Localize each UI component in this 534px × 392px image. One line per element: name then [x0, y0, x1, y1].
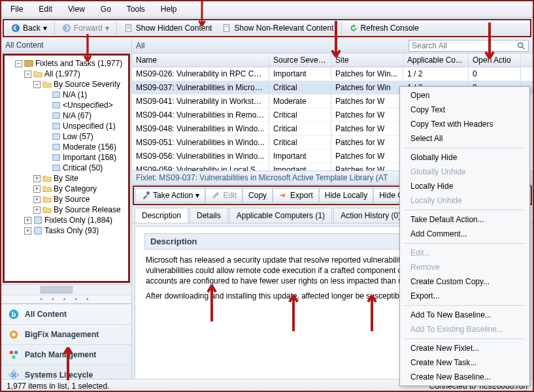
- cell-site: Patches for W: [331, 150, 403, 163]
- tab-description[interactable]: Description: [135, 208, 188, 223]
- svg-rect-10: [53, 113, 60, 119]
- dropdown-caret-icon: ▾: [43, 24, 47, 33]
- expand-toggle[interactable]: +: [24, 227, 31, 235]
- tree-severity-item[interactable]: Moderate (156): [63, 142, 116, 152]
- expand-toggle[interactable]: +: [33, 196, 41, 203]
- tree-bysrcrel[interactable]: By Source Release: [54, 205, 121, 214]
- expand-toggle[interactable]: −: [15, 60, 22, 67]
- expand-toggle[interactable]: −: [24, 71, 31, 78]
- context-menu-item: Add To Existing Baseline...: [401, 322, 528, 336]
- tab-details[interactable]: Details: [190, 208, 228, 223]
- context-menu-item[interactable]: Open: [401, 88, 528, 103]
- tree-bycat[interactable]: By Category: [54, 184, 97, 193]
- edit-button[interactable]: Edit: [205, 188, 242, 203]
- grid-header[interactable]: Name Source Severity Site Applicable Co.…: [132, 54, 533, 67]
- menu-view[interactable]: View: [61, 3, 92, 16]
- refresh-button[interactable]: Refresh Console: [344, 22, 424, 35]
- svg-rect-3: [127, 26, 129, 27]
- tree-severity-item[interactable]: Critical (50): [63, 163, 103, 172]
- expand-toggle[interactable]: +: [33, 206, 41, 214]
- search-box[interactable]: [409, 40, 529, 52]
- context-menu-item[interactable]: Copy Text with Headers: [401, 117, 528, 131]
- nav-all-content[interactable]: bAll Content: [1, 304, 131, 324]
- svg-rect-17: [35, 227, 42, 235]
- tree-severity-item[interactable]: Important (168): [63, 153, 116, 162]
- context-menu-item[interactable]: Create Custom Copy...: [401, 274, 528, 289]
- col-openaction[interactable]: Open Actio: [469, 54, 521, 67]
- context-menu-item[interactable]: Copy Text: [401, 103, 528, 117]
- forward-arrow-icon: [62, 24, 71, 33]
- cell-site: Patches for Win: [331, 81, 403, 94]
- context-menu-item[interactable]: Create New Task...: [401, 355, 528, 370]
- col-applicable[interactable]: Applicable Co...: [403, 54, 469, 67]
- panel-resize-grip[interactable]: • • • • •: [1, 295, 131, 303]
- severity-leaf-icon: [52, 142, 61, 152]
- expand-toggle[interactable]: +: [24, 217, 31, 224]
- tree-severity-item[interactable]: Unspecified (1): [63, 122, 116, 131]
- cell-severity: Important: [269, 67, 331, 80]
- cell-severity: Critical: [269, 136, 331, 149]
- expand-toggle[interactable]: −: [33, 81, 41, 88]
- context-menu-item[interactable]: Select All: [401, 131, 528, 146]
- take-action-button[interactable]: Take Action▾: [135, 188, 205, 203]
- tree-bysrc[interactable]: By Source: [54, 195, 90, 204]
- navigation-tree[interactable]: − Fixlets and Tasks (1,977) − All (1,977…: [3, 54, 130, 283]
- svg-rect-7: [25, 61, 33, 67]
- tree-all-label[interactable]: All (1,977): [44, 69, 80, 78]
- forward-label: Forward: [74, 24, 103, 33]
- tab-action-history[interactable]: Action History (0): [333, 208, 408, 223]
- expand-toggle[interactable]: +: [33, 175, 41, 182]
- show-hidden-button[interactable]: Show Hidden Content: [120, 22, 217, 35]
- context-menu-item[interactable]: Export...: [401, 289, 528, 303]
- tree-bysrcsev-label[interactable]: By Source Severity: [54, 80, 120, 89]
- cell-name: MS09-026: Vulnerability in RPC Coul...: [132, 67, 269, 80]
- tree-hscrollbar[interactable]: [1, 284, 131, 295]
- table-row[interactable]: MS09-026: Vulnerability in RPC Coul...Im…: [132, 67, 533, 81]
- cell-severity: Critical: [269, 108, 331, 122]
- export-button[interactable]: Export: [273, 188, 319, 203]
- svg-rect-9: [53, 103, 60, 108]
- menu-edit[interactable]: Edit: [32, 3, 59, 16]
- export-icon: [278, 191, 288, 200]
- folder-icon: [33, 69, 42, 78]
- back-button[interactable]: Back ▾: [7, 22, 52, 35]
- context-menu-item[interactable]: Create New Fixlet...: [401, 341, 528, 355]
- context-menu-item[interactable]: Take Default Action...: [401, 212, 528, 227]
- tree-severity-item[interactable]: N/A (1): [63, 90, 87, 99]
- menu-help[interactable]: Help: [154, 3, 184, 16]
- nav-patch-mgmt[interactable]: Patch Management: [1, 344, 131, 365]
- svg-rect-5: [224, 25, 229, 32]
- menu-tools[interactable]: Tools: [120, 3, 152, 16]
- col-severity[interactable]: Source Severity: [269, 54, 331, 67]
- cell-site: Patches for W: [331, 122, 403, 135]
- context-menu-item[interactable]: Add Comment...: [401, 227, 528, 241]
- context-menu-item[interactable]: Add To New Baseline...: [401, 308, 528, 322]
- search-icon[interactable]: [516, 41, 526, 50]
- menu-file[interactable]: File: [4, 3, 29, 16]
- expand-toggle[interactable]: +: [33, 186, 41, 193]
- show-nonrelevant-button[interactable]: Show Non-Relevant Content: [218, 22, 338, 35]
- copy-button[interactable]: Copy: [242, 188, 273, 203]
- tree-severity-item[interactable]: Low (57): [63, 132, 93, 141]
- forward-button[interactable]: Forward ▾: [58, 22, 114, 35]
- tree-fixletsonly[interactable]: Fixlets Only (1,884): [44, 216, 112, 225]
- context-menu-item[interactable]: Create New Baseline...: [401, 370, 528, 384]
- wrench-icon: [141, 191, 150, 200]
- gear-icon: [8, 329, 20, 340]
- svg-line-29: [522, 47, 525, 50]
- context-menu[interactable]: OpenCopy TextCopy Text with HeadersSelec…: [399, 86, 530, 386]
- tree-tasksonly[interactable]: Tasks Only (93): [44, 226, 99, 235]
- search-input[interactable]: [412, 41, 516, 50]
- tree-severity-item[interactable]: <Unspecified>: [63, 101, 113, 110]
- tree-bysite[interactable]: By Site: [54, 174, 78, 183]
- context-menu-item[interactable]: Locally Hide: [401, 179, 528, 193]
- col-name[interactable]: Name: [132, 54, 269, 67]
- context-menu-item[interactable]: Globally Hide: [401, 150, 528, 165]
- hide-locally-button[interactable]: Hide Locally: [319, 188, 373, 203]
- tree-severity-item[interactable]: N/A (67): [63, 111, 92, 120]
- tab-applicable-computers[interactable]: Applicable Computers (1): [229, 208, 332, 223]
- col-site[interactable]: Site: [331, 54, 403, 67]
- tree-root-label[interactable]: Fixlets and Tasks (1,977): [35, 59, 122, 68]
- menu-go[interactable]: Go: [94, 3, 118, 16]
- nav-bigfix-mgmt[interactable]: BigFix Management: [1, 324, 131, 344]
